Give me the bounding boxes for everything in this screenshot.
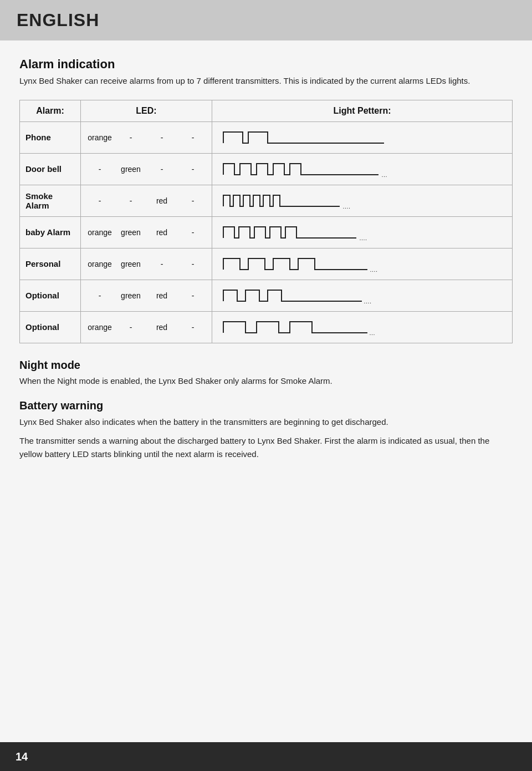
led-values: - - red -: [81, 185, 212, 216]
light-pattern-smoke: ….: [212, 185, 513, 216]
light-pattern-phone: [212, 121, 513, 153]
svg-text:…: …: [381, 171, 387, 178]
page-header: ENGLISH: [0, 0, 532, 40]
svg-text:….: ….: [359, 235, 367, 241]
svg-text:…: …: [369, 329, 375, 336]
alarm-table: Alarm: LED: Light Pettern: Phone orange …: [19, 100, 513, 343]
table-row: Optional orange - red - …: [20, 311, 513, 343]
table-header-led: LED:: [81, 100, 212, 121]
night-mode-title: Night mode: [19, 359, 513, 372]
alarm-name: Personal: [20, 248, 81, 280]
led-values: orange - - -: [81, 121, 212, 153]
light-pattern-doorbell: …: [212, 153, 513, 185]
table-row: Door bell - green - - …: [20, 153, 513, 185]
led-values: - green red -: [81, 280, 212, 311]
page-number: 14: [16, 750, 28, 763]
led-values: orange green - -: [81, 248, 212, 280]
svg-text:….: ….: [342, 203, 350, 210]
light-pattern-baby: ….: [212, 216, 513, 248]
table-row: Optional - green red - ….: [20, 280, 513, 311]
alarm-indication-title: Alarm indication: [19, 57, 513, 72]
alarm-name: baby Alarm: [20, 216, 81, 248]
svg-text:….: ….: [364, 298, 371, 305]
battery-warning-text1: Lynx Bed Shaker also indicates when the …: [19, 415, 513, 429]
table-header-pattern: Light Pettern:: [212, 100, 513, 121]
table-row: baby Alarm orange green red - ….: [20, 216, 513, 248]
light-pattern-optional2: …: [212, 311, 513, 343]
light-pattern-personal: ….: [212, 248, 513, 280]
light-pattern-optional1: ….: [212, 280, 513, 311]
alarm-name: Optional: [20, 280, 81, 311]
led-values: orange green red -: [81, 216, 212, 248]
page-footer: 14: [0, 742, 532, 771]
alarm-indication-subtitle: Lynx Bed Shaker can receive alarms from …: [19, 75, 513, 88]
led-values: - green - -: [81, 153, 212, 185]
led-values: orange - red -: [81, 311, 212, 343]
svg-text:….: ….: [370, 266, 377, 273]
table-row: Personal orange green - - ….: [20, 248, 513, 280]
table-row: Smoke Alarm - - red - ….: [20, 185, 513, 216]
table-row: Phone orange - - -: [20, 121, 513, 153]
alarm-name: Smoke Alarm: [20, 185, 81, 216]
page-title: ENGLISH: [17, 10, 99, 31]
alarm-name: Door bell: [20, 153, 81, 185]
alarm-name: Phone: [20, 121, 81, 153]
main-content: Alarm indication Lynx Bed Shaker can rec…: [0, 40, 532, 742]
night-mode-text: When the Night mode is enabled, the Lynx…: [19, 375, 513, 388]
battery-warning-text2: The transmitter sends a warning about th…: [19, 434, 513, 461]
alarm-name: Optional: [20, 311, 81, 343]
battery-warning-title: Battery warning: [19, 399, 513, 412]
table-header-alarm: Alarm:: [20, 100, 81, 121]
